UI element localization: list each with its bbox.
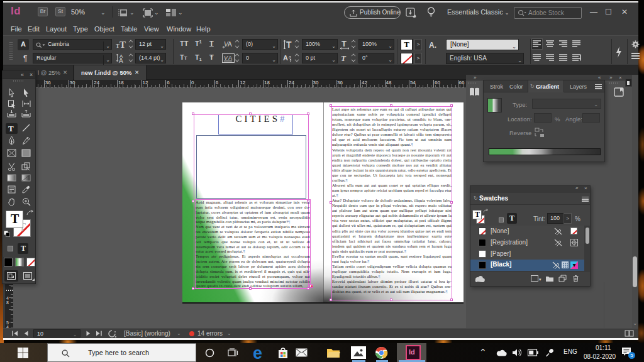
svg-text:A: A — [228, 41, 232, 48]
svg-text:A: A — [119, 57, 123, 63]
svg-text:T: T — [341, 40, 347, 48]
svg-text:A: A — [228, 55, 232, 61]
svg-text:a: a — [289, 55, 291, 59]
svg-text:A: A — [283, 54, 288, 62]
svg-text:T: T — [119, 40, 126, 49]
svg-text:V: V — [224, 55, 228, 61]
svg-text:T: T — [286, 40, 292, 50]
